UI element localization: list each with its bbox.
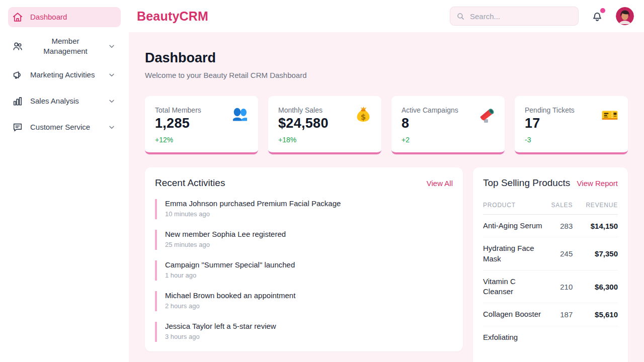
chevron-down-icon xyxy=(108,71,116,79)
product-sales xyxy=(542,326,573,348)
product-sales: 187 xyxy=(542,303,573,326)
user-avatar[interactable] xyxy=(616,7,634,25)
search-icon xyxy=(456,12,465,21)
product-revenue xyxy=(573,326,618,348)
notification-badge xyxy=(600,8,605,13)
activity-time: 10 minutes ago xyxy=(165,210,453,218)
column-header-sales: SALES xyxy=(542,199,573,215)
activity-time: 25 minutes ago xyxy=(165,241,453,248)
activity-text: Jessica Taylor left a 5-star review xyxy=(165,322,453,330)
product-revenue: $14,150 xyxy=(573,215,618,237)
stat-card-active-campaigns: Active Campaigns 8 +2 xyxy=(391,96,505,154)
stat-card-total-members: Total Members 1,285 +12% xyxy=(145,96,258,154)
stat-card-monthly-sales: Monthly Sales $24,580 +18% $ xyxy=(268,96,381,154)
stat-delta: -3 xyxy=(525,136,618,144)
megaphone-emoji-icon xyxy=(477,106,496,124)
table-row: Exfoliating xyxy=(483,326,618,348)
product-sales: 283 xyxy=(542,215,573,237)
search-box[interactable] xyxy=(450,7,579,26)
sidebar-item-marketing-activities[interactable]: Marketing Activities xyxy=(8,65,121,85)
app-logo: BeautyCRM xyxy=(137,9,208,24)
activity-time: 1 hour ago xyxy=(165,272,453,279)
column-header-product: PRODUCT xyxy=(483,199,542,215)
topbar: BeautyCRM xyxy=(129,0,644,32)
bar-chart-icon xyxy=(12,96,23,107)
activities-title: Recent Activities xyxy=(155,177,225,189)
activity-text: Michael Brown booked an appointment xyxy=(165,291,453,300)
product-revenue: $7,350 xyxy=(573,237,618,270)
activity-item: Campaign "Summer Special" launched 1 hou… xyxy=(155,260,453,281)
sidebar: Dashboard Member Management Marketing Ac… xyxy=(0,0,129,362)
activity-time: 2 hours ago xyxy=(165,302,453,310)
activity-text: Campaign "Summer Special" launched xyxy=(165,260,453,269)
users-emoji-icon xyxy=(231,106,249,124)
stat-cards: Total Members 1,285 +12% Monthly Sales $… xyxy=(145,96,628,154)
products-title: Top Selling Products xyxy=(483,177,570,189)
dashboard-panels: Recent Activities View All Emma Johnson … xyxy=(145,167,628,362)
chat-bubble-icon xyxy=(12,122,23,133)
page-title: Dashboard xyxy=(145,50,628,66)
table-row: Vitamin C Cleanser 210 $6,300 xyxy=(483,270,618,303)
sidebar-item-label: Marketing Activities xyxy=(30,70,101,80)
product-name: Vitamin C Cleanser xyxy=(483,270,542,303)
product-name: Collagen Booster xyxy=(483,303,542,326)
sidebar-item-label: Sales Analysis xyxy=(30,96,101,106)
stat-delta: +2 xyxy=(401,136,495,144)
view-all-link[interactable]: View All xyxy=(427,179,453,188)
product-name: Anti-Aging Serum xyxy=(483,215,542,237)
activity-text: New member Sophia Lee registered xyxy=(165,230,453,238)
sidebar-item-label: Customer Service xyxy=(30,122,101,132)
activity-item: Jessica Taylor left a 5-star review 3 ho… xyxy=(155,322,453,342)
activity-item: New member Sophia Lee registered 25 minu… xyxy=(155,230,453,250)
product-sales: 245 xyxy=(542,237,573,270)
sidebar-item-member-management[interactable]: Member Management xyxy=(8,33,121,59)
megaphone-icon xyxy=(12,69,23,80)
money-bag-icon: $ xyxy=(354,106,372,124)
avatar-image xyxy=(616,7,634,25)
svg-text:$: $ xyxy=(361,113,366,122)
product-sales: 210 xyxy=(542,270,573,303)
activity-item: Michael Brown booked an appointment 2 ho… xyxy=(155,291,453,311)
main-content: Dashboard Welcome to your Beauty Retail … xyxy=(129,32,644,362)
products-table: PRODUCT SALES REVENUE Anti-Aging Serum 2… xyxy=(483,199,618,348)
recent-activities-panel: Recent Activities View All Emma Johnson … xyxy=(145,167,463,351)
view-report-link[interactable]: View Report xyxy=(577,179,618,188)
home-icon xyxy=(12,12,23,23)
stat-delta: +18% xyxy=(278,136,371,144)
users-icon xyxy=(12,41,23,52)
product-name: Hydrating Face Mask xyxy=(483,237,542,270)
stat-card-pending-tickets: Pending Tickets 17 -3 xyxy=(515,96,628,154)
stat-delta: +12% xyxy=(155,136,248,144)
table-row: Hydrating Face Mask 245 $7,350 xyxy=(483,237,618,270)
activity-time: 3 hours ago xyxy=(165,333,453,340)
product-name: Exfoliating xyxy=(483,326,542,348)
product-revenue: $5,610 xyxy=(573,303,618,326)
search-input[interactable] xyxy=(470,12,572,21)
activity-item: Emma Johnson purchased Premium Facial Pa… xyxy=(155,199,453,219)
activity-text: Emma Johnson purchased Premium Facial Pa… xyxy=(165,199,453,208)
product-revenue: $6,300 xyxy=(573,270,618,303)
chevron-down-icon xyxy=(108,123,116,131)
column-header-revenue: REVENUE xyxy=(573,199,618,215)
table-row: Collagen Booster 187 $5,610 xyxy=(483,303,618,326)
ticket-icon xyxy=(601,106,619,124)
sidebar-item-label: Dashboard xyxy=(30,12,116,22)
sidebar-item-dashboard[interactable]: Dashboard xyxy=(8,7,121,27)
page-subtitle: Welcome to your Beauty Retail CRM Dashbo… xyxy=(145,71,628,79)
chevron-down-icon xyxy=(108,97,116,105)
sidebar-item-sales-analysis[interactable]: Sales Analysis xyxy=(8,91,121,111)
table-row: Anti-Aging Serum 283 $14,150 xyxy=(483,215,618,237)
sidebar-item-customer-service[interactable]: Customer Service xyxy=(8,117,121,137)
top-products-panel: Top Selling Products View Report PRODUCT… xyxy=(473,167,628,362)
sidebar-item-label: Member Management xyxy=(30,36,101,56)
notifications-button[interactable] xyxy=(591,10,604,23)
chevron-down-icon xyxy=(108,42,116,50)
